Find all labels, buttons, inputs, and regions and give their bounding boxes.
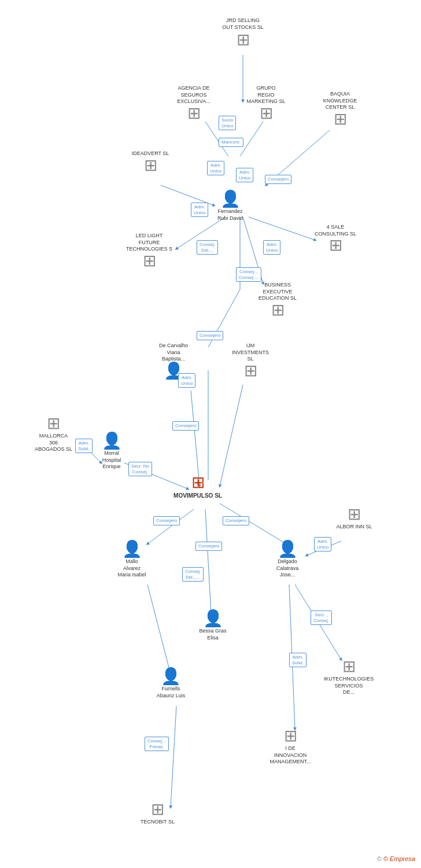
label-innovacion: I DEINNOVACIONMANAGEMENT... — [269, 745, 311, 766]
building-icon-ideadvert: ⊞ — [144, 157, 157, 174]
label-movimpulso: MOVIMPULSO SL — [173, 492, 222, 499]
label-mallo: MalloAlvarezMaria Isabel — [117, 558, 146, 579]
label-decarvalho: De CarvalhoVianaBaptista... — [159, 343, 188, 363]
person-icon-fernandez: 👤 — [220, 191, 241, 207]
badge-adm-unico-fernandez: Adm.Unico — [191, 203, 208, 217]
watermark-brand: © Empresa — [383, 855, 415, 862]
building-icon-grupo: ⊞ — [260, 105, 273, 122]
person-icon-morral: 👤 — [102, 433, 122, 449]
node-albor: ⊞ ALBOR INN SL — [333, 506, 376, 531]
node-grupo: GRUPOREGIOMARKETING SL ⊞ — [243, 84, 289, 122]
building-icon-ikutech: ⊞ — [342, 659, 356, 675]
label-led: LED LIGHTFUTURETECHNOLOGIES S — [126, 233, 172, 253]
label-agencia: AGENCIA DESEGUROSEXCLUSIVA... — [177, 85, 210, 105]
svg-line-21 — [171, 706, 176, 807]
label-ikutech: IKUTECHNOLOGIESSERVICIOSDE... — [324, 676, 374, 696]
watermark: © © Empresa — [377, 855, 415, 862]
label-jrd: JRD SELLING OUT STOCKS SL — [222, 17, 264, 31]
svg-line-22 — [147, 584, 171, 674]
building-icon-jrd: ⊞ — [237, 32, 250, 48]
badge-consejero-decarvalho: Consejero — [197, 331, 223, 340]
label-mallorca: MALLORCA306ABOGADOS SL — [35, 433, 72, 453]
building-icon-baquia: ⊞ — [334, 111, 347, 127]
badge-consejero-mallo: Consejero — [153, 516, 180, 525]
node-business: BUSINESSEXECUTIVEEDUCATION SL ⊞ — [254, 281, 301, 318]
badge-socio-unico: SocioÚnico — [219, 116, 236, 130]
label-business: BUSINESSEXECUTIVEEDUCATION SL — [258, 282, 297, 302]
building-icon-movimpulso: ⊞ — [191, 475, 205, 491]
node-mallo: 👤 MalloAlvarezMaria Isabel — [112, 541, 152, 579]
node-tecnobit: ⊞ TECNOBIT SL — [139, 801, 176, 826]
node-ideadvert: IDEADVERT SL ⊞ — [130, 149, 171, 174]
building-icon-ijm: ⊞ — [244, 363, 257, 379]
org-chart: JRD SELLING OUT STOCKS SL ⊞ AGENCIA DESE… — [0, 0, 421, 868]
badge-consejero-1: Consejero — [265, 175, 291, 184]
svg-line-15 — [147, 509, 194, 544]
building-icon-agencia: ⊞ — [187, 105, 201, 122]
label-furnells: FurnellsAbaunz Luis — [157, 686, 186, 699]
badge-adm-unico-decarvalho: Adm.Unico — [178, 373, 195, 388]
building-icon-mallorca: ⊞ — [47, 415, 60, 432]
badge-secr-consej-delgado: Secr. ,Consej. — [311, 610, 332, 625]
node-morral: 👤 MorralHospitalEnrique — [94, 433, 129, 470]
badge-adm-solid-delgado: Adm.Solid. — [289, 653, 306, 667]
building-icon-tecnobit: ⊞ — [151, 801, 164, 818]
badge-consejero-morral: Consejero — [172, 421, 199, 431]
building-icon-innovacion: ⊞ — [284, 728, 297, 744]
node-mallorca: ⊞ MALLORCA306ABOGADOS SL — [32, 415, 75, 453]
label-albor: ALBOR INN SL — [336, 524, 372, 531]
badge-consej-del-2: Consej.Del.,.... — [182, 567, 204, 582]
badge-adm-unico-1: Adm.Unico — [207, 161, 224, 175]
badge-consej-consej: Consej. ,Consej.... — [236, 267, 261, 282]
building-icon-sale: ⊞ — [329, 237, 342, 253]
node-delgado: 👤 DelgadoCalatravaJose... — [267, 541, 308, 579]
badge-consej-presid: Consej. ,Presid. — [145, 737, 169, 751]
person-icon-delgado: 👤 — [278, 541, 298, 557]
person-icon-bessa: 👤 — [203, 610, 223, 627]
label-ijm: IJMINVESTMENTSSL — [232, 343, 269, 363]
person-icon-mallo: 👤 — [122, 541, 142, 557]
node-furnells: 👤 FurnellsAbaunz Luis — [152, 668, 190, 699]
node-agencia: AGENCIA DESEGUROSEXCLUSIVA... ⊞ — [173, 84, 214, 122]
label-sale: 4 SALECONSULTING SL — [315, 224, 356, 237]
building-icon-led: ⊞ — [143, 253, 156, 269]
svg-line-6 — [249, 217, 315, 240]
building-icon-albor: ⊞ — [348, 506, 361, 523]
node-sale: 4 SALECONSULTING SL ⊞ — [312, 223, 359, 253]
node-ijm: IJMINVESTMENTSSL ⊞ — [230, 341, 271, 379]
badge-adm-unico-sale: Adm.Unico — [263, 240, 280, 255]
label-tecnobit: TECNOBIT SL — [141, 819, 175, 826]
svg-line-11 — [191, 391, 200, 486]
person-icon-furnells: 👤 — [161, 668, 181, 685]
node-led: LED LIGHTFUTURETECHNOLOGIES S ⊞ — [126, 231, 172, 269]
node-innovacion: ⊞ I DEINNOVACIONMANAGEMENT... — [267, 728, 313, 766]
label-fernandez: FernandezRubi David — [217, 208, 243, 222]
label-delgado: DelgadoCalatravaJose... — [276, 558, 299, 579]
badge-adm-solid-mallorca: Adm.Solid. — [75, 439, 93, 453]
node-jrd: JRD SELLING OUT STOCKS SL ⊞ — [220, 16, 266, 48]
badge-consejero-2: Consejero — [195, 542, 222, 551]
svg-line-16 — [205, 509, 211, 613]
badge-adm-unico-2: Adm.Unico — [236, 168, 253, 182]
node-baquia: BAQUIAKNOWLEDGECENTER SL ⊞ — [317, 90, 363, 127]
badge-consej-del-1: Consej.Del.... — [197, 240, 218, 255]
badge-secr-no-consej: Secr. NoConsej. — [128, 462, 152, 476]
svg-line-2 — [240, 122, 263, 156]
label-bessa: Bessa GrasElisa — [199, 628, 226, 641]
building-icon-business: ⊞ — [271, 302, 285, 318]
svg-line-12 — [220, 385, 243, 486]
node-ikutech: ⊞ IKUTECHNOLOGIESSERVICIOSDE... — [323, 659, 375, 696]
label-morral: MorralHospitalEnrique — [102, 450, 121, 470]
badge-consejero-bessa: Consejero — [223, 516, 249, 525]
badge-mancom: Mancom. — [219, 138, 243, 147]
badge-adm-unico-albor: Adm.Unico — [314, 537, 331, 551]
label-baquia: BAQUIAKNOWLEDGECENTER SL — [323, 91, 357, 111]
label-grupo: GRUPOREGIOMARKETING SL — [246, 85, 285, 105]
node-bessa: 👤 Bessa GrasElisa — [195, 610, 230, 641]
node-fernandez: 👤 FernandezRubi David — [213, 191, 248, 222]
node-movimpulso: ⊞ MOVIMPULSO SL — [175, 475, 221, 499]
